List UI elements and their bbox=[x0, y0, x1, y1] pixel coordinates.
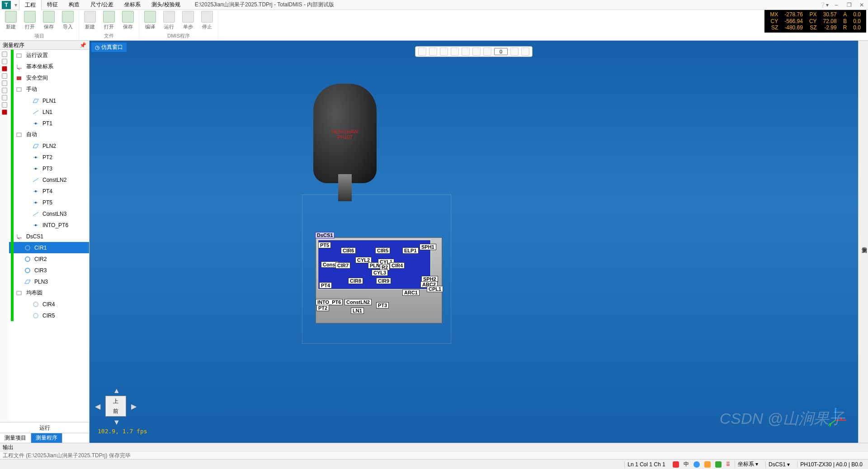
tree-item-ConstLN2[interactable]: ConstLN2 bbox=[9, 174, 89, 185]
ribbon-group-label: 项目 bbox=[34, 33, 44, 39]
ribbon-打开[interactable]: 打开 bbox=[101, 11, 117, 30]
tree-item-PT4[interactable]: PT4 bbox=[9, 185, 89, 197]
tree-item-均布圆[interactable]: 均布圆 bbox=[9, 287, 89, 298]
feature-label-PT4[interactable]: PT4 bbox=[319, 282, 332, 289]
minimize-button[interactable]: – bbox=[830, 2, 843, 8]
tree-item-label: CIR4 bbox=[42, 301, 55, 308]
nav-left-icon[interactable]: ◀ bbox=[95, 402, 100, 411]
status-ime-icon[interactable] bbox=[673, 461, 679, 468]
maximize-button[interactable]: ❐ bbox=[843, 2, 855, 8]
menu-构造[interactable]: 构造 bbox=[63, 0, 85, 10]
ribbon-停止[interactable]: 停止 bbox=[199, 11, 215, 30]
ribbon-编译[interactable]: 编译 bbox=[142, 11, 158, 30]
toolbar-value-input[interactable] bbox=[494, 48, 508, 55]
fit-icon[interactable] bbox=[462, 47, 470, 56]
feature-label-DsCS1[interactable]: DsCS1 bbox=[315, 232, 335, 238]
tree-item-安全空间[interactable]: 安全空间 bbox=[9, 72, 89, 84]
status-tool-icon[interactable] bbox=[715, 461, 722, 468]
tree-item-ConstLN3[interactable]: ConstLN3 bbox=[9, 208, 89, 219]
status-cs-value[interactable]: DsCS1 ▾ bbox=[765, 461, 793, 468]
feature-label-INTO_PT6[interactable]: INTO_PT6 bbox=[316, 299, 343, 305]
feature-label-CIR4[interactable]: CIR4 bbox=[390, 262, 405, 269]
tree-item-CIR1[interactable]: CIR1 bbox=[9, 242, 89, 253]
ribbon-新建[interactable]: 新建 bbox=[82, 11, 98, 30]
pan-icon[interactable] bbox=[429, 47, 437, 56]
feature-label-PT5[interactable]: PT5 bbox=[318, 242, 331, 248]
tree-item-INTO_PT6[interactable]: INTO_PT6 bbox=[9, 219, 89, 231]
status-apps-icon[interactable]: ⠿ bbox=[726, 461, 730, 468]
feature-label-CIR7[interactable]: CIR7 bbox=[335, 262, 350, 269]
feature-label-CYL3[interactable]: CYL3 bbox=[372, 270, 388, 276]
status-voice-icon[interactable] bbox=[693, 461, 700, 468]
tree-item-自动[interactable]: 自动 bbox=[9, 129, 89, 140]
visibility-icon[interactable] bbox=[521, 47, 529, 56]
tree-item-PLN2[interactable]: PLN2 bbox=[9, 140, 89, 152]
menu-坐标系[interactable]: 坐标系 bbox=[119, 0, 146, 10]
nav-down-icon[interactable]: ▼ bbox=[113, 418, 120, 426]
view-menu-icon[interactable] bbox=[472, 47, 481, 56]
menu-测头/校验规[interactable]: 测头/校验规 bbox=[146, 0, 185, 10]
feature-label-CPL1[interactable]: CPL1 bbox=[427, 286, 443, 292]
ribbon-单步[interactable]: 单步 bbox=[180, 11, 196, 30]
viewport-tab[interactable]: ◷ 仿真窗口 bbox=[91, 43, 127, 52]
menu-工程[interactable]: 工程 bbox=[19, 0, 42, 10]
status-cs-label[interactable]: 坐标系 ▾ bbox=[735, 460, 761, 468]
menu-特征[interactable]: 特征 bbox=[42, 0, 63, 10]
output-panel-header[interactable]: 输出 bbox=[0, 443, 868, 451]
zoom-window-icon[interactable] bbox=[451, 47, 459, 56]
tree-item-PT1[interactable]: PT1 bbox=[9, 118, 89, 129]
tree-item-LN1[interactable]: LN1 bbox=[9, 106, 89, 118]
tree-item-CIR5[interactable]: CIR5 bbox=[9, 310, 89, 321]
feature-label-CIR5[interactable]: CIR5 bbox=[375, 247, 390, 254]
zoom-icon[interactable] bbox=[440, 47, 448, 56]
status-skin-icon[interactable] bbox=[704, 461, 711, 468]
tab-measure-items[interactable]: 测量项目 bbox=[0, 433, 31, 443]
tree-item-CIR2[interactable]: CIR2 bbox=[9, 253, 89, 265]
feature-label-CIR8[interactable]: CIR8 bbox=[348, 278, 363, 284]
program-tree[interactable]: 运行设置基本坐标系安全空间手动PLN1LN1PT1自动PLN2PT2PT3Con… bbox=[9, 50, 89, 422]
menu-尺寸/公差[interactable]: 尺寸/公差 bbox=[85, 0, 119, 10]
view-cube[interactable]: ▲ ◀ ▶ ▼ 上 前 bbox=[98, 388, 134, 425]
feature-label-ConstLN2[interactable]: ConstLN2 bbox=[344, 299, 372, 305]
feature-label-ARC1[interactable]: ARC1 bbox=[402, 289, 420, 296]
home-view-icon[interactable] bbox=[418, 47, 426, 56]
run-button[interactable]: 运行 bbox=[0, 422, 89, 433]
tab-measure-program[interactable]: 测量程序 bbox=[31, 433, 62, 443]
select-icon[interactable] bbox=[483, 47, 491, 56]
ribbon-保存[interactable]: 保存 bbox=[41, 11, 57, 30]
cube-top-label: 上 bbox=[113, 398, 118, 405]
tree-item-基本坐标系[interactable]: 基本坐标系 bbox=[9, 61, 89, 72]
ribbon-打开[interactable]: 打开 bbox=[22, 11, 38, 30]
tree-item-PT3[interactable]: PT3 bbox=[9, 163, 89, 174]
feature-label-PT2[interactable]: PT2 bbox=[316, 305, 329, 311]
right-dock-tab[interactable]: 测量 bbox=[858, 41, 868, 443]
feature-label-SPH1[interactable]: SPH1 bbox=[420, 244, 436, 250]
nav-right-icon[interactable]: ▶ bbox=[131, 402, 137, 411]
tree-item-PLN1[interactable]: PLN1 bbox=[9, 95, 89, 106]
tree-item-PT5[interactable]: PT5 bbox=[9, 197, 89, 208]
feature-label-PT3[interactable]: PT3 bbox=[376, 302, 389, 308]
ribbon-导入[interactable]: 导入 bbox=[60, 11, 76, 30]
snap-menu-icon[interactable] bbox=[510, 47, 519, 56]
feature-label-CIR9[interactable]: CIR9 bbox=[376, 278, 391, 284]
3d-viewport[interactable]: ◷ 仿真窗口 RENISHAWPH10T DsCS1PT5CIR6CIR5ELP… bbox=[90, 41, 858, 443]
menu-dropdown-icon[interactable]: ▾ bbox=[13, 2, 19, 8]
ribbon-运行[interactable]: 运行 bbox=[161, 11, 177, 30]
nav-up-icon[interactable]: ▲ bbox=[113, 387, 120, 395]
cir-icon bbox=[24, 267, 32, 274]
tree-item-CIR4[interactable]: CIR4 bbox=[9, 298, 89, 310]
feature-label-ELP1[interactable]: ELP1 bbox=[402, 247, 419, 254]
close-button[interactable]: ✕ bbox=[855, 2, 868, 8]
tree-item-手动[interactable]: 手动 bbox=[9, 84, 89, 95]
feature-label-CIR6[interactable]: CIR6 bbox=[341, 247, 356, 254]
tree-item-PT2[interactable]: PT2 bbox=[9, 152, 89, 163]
tree-item-DsCS1[interactable]: DsCS1 bbox=[9, 231, 89, 242]
tree-item-CIR3[interactable]: CIR3 bbox=[9, 265, 89, 276]
tree-item-运行设置[interactable]: 运行设置 bbox=[9, 50, 89, 61]
ribbon-保存[interactable]: 保存 bbox=[120, 11, 136, 30]
feature-label-LN1[interactable]: LN1 bbox=[351, 308, 364, 314]
help-icon[interactable]: ❔▾ bbox=[817, 2, 830, 8]
tree-item-PLN3[interactable]: PLN3 bbox=[9, 276, 89, 287]
ribbon-新建[interactable]: 新建 bbox=[3, 11, 19, 30]
pin-icon[interactable]: 📌 bbox=[80, 41, 89, 49]
